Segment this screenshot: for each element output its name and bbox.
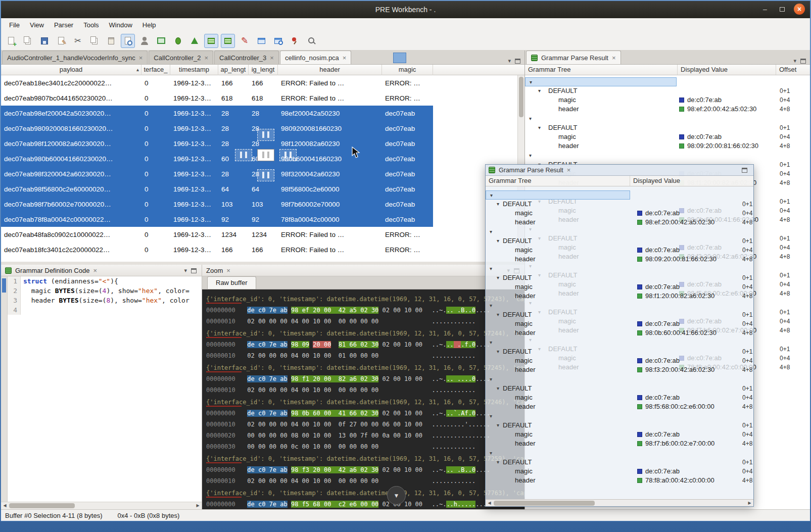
tree-header-row[interactable]: header 98:ef:20:00:42:a5:02:30 4+8 (486, 218, 753, 227)
column-header[interactable]: terface_ (141, 65, 170, 75)
close-icon[interactable]: × (205, 54, 209, 62)
scroll-down-indicator[interactable]: ▼ (387, 486, 406, 505)
new-window-button[interactable] (254, 34, 268, 48)
code-line[interactable]: 3 header BYTES(size=(8), show="hex", col… (8, 296, 202, 305)
menu-item[interactable]: Help (137, 19, 161, 31)
chevron-down-icon[interactable]: ▾ (490, 338, 492, 347)
scroll-right-icon[interactable]: ▶ (194, 502, 202, 509)
column-header[interactable]: payload ▴ (1, 65, 141, 75)
col-displayed-value[interactable]: Displayed Value (677, 65, 776, 75)
tree-default-row[interactable]: ▾ DEFAULT 0+1 (486, 200, 753, 209)
grammar-button[interactable] (187, 34, 202, 48)
chevron-down-icon[interactable]: ▾ (497, 458, 499, 467)
tree-root-row[interactable]: ▾ (486, 375, 753, 384)
chevron-down-icon[interactable]: ▾ (497, 347, 499, 356)
column-header[interactable]: magic (382, 65, 433, 75)
close-icon[interactable]: × (226, 267, 230, 274)
chevron-down-icon[interactable]: ▾ (497, 384, 499, 393)
paste-button[interactable] (104, 34, 118, 48)
tree-header-row[interactable]: header 98:f1:20:00:82:a6:02:30 4+8 (486, 292, 753, 301)
table-row[interactable]: dec07eab980b600041660230020… 0 1969-12-3… (1, 151, 433, 166)
zoom-panel-header[interactable]: Zoom × ▾ (202, 265, 524, 276)
table-row[interactable]: dec07eab18ec3401c2c20000022… 0 1969-12-3… (1, 75, 433, 90)
code-line[interactable]: 2 magic BYTES(size=(4), show="hex", colo… (8, 286, 202, 296)
tree-default-row[interactable]: ▾ DEFAULT 0+1 (486, 347, 753, 356)
hex-view[interactable]: {'interface_id': 0, 'timestamp': datetim… (202, 289, 524, 509)
document-tab[interactable]: CallController_3 × (214, 51, 279, 64)
chevron-down-icon[interactable]: ▾ (490, 449, 492, 458)
tree-root-row[interactable]: ▾ (486, 449, 753, 458)
tree-magic-row[interactable]: magic de:c0:7e:ab 0+4 (486, 209, 753, 218)
menu-item[interactable]: Tools (78, 19, 104, 31)
tree-default-row[interactable]: ▾ DEFAULT 0+1 (525, 86, 810, 95)
float-icon[interactable] (800, 59, 806, 64)
scroll-left-icon[interactable]: ◀ (1, 502, 9, 509)
tab-grammar-parse-result[interactable]: Grammar Parse Result × (526, 51, 621, 64)
scroll-right-icon[interactable]: ▶ (746, 500, 753, 507)
menu-item[interactable]: View (25, 19, 49, 31)
table-row[interactable]: dec07eab78f8a00042c00000022… 0 1969-12-3… (1, 212, 433, 227)
table-row[interactable]: dec07eab98f3200042a60230020… 0 1969-12-3… (1, 166, 433, 181)
hex-line[interactable]: 00000000 de c0 7e ab 98 0b 60 00 41 66 0… (206, 408, 524, 419)
chevron-down-icon[interactable]: ▾ (490, 191, 493, 200)
chevron-down-icon[interactable]: ▾ (538, 86, 541, 95)
parse-button[interactable] (121, 34, 135, 48)
tree-header-row[interactable]: header 98:ef:20:00:42:a5:02:30 4+8 (525, 105, 810, 114)
code-editor[interactable]: 1 struct (endianness="<"){ 2 magic BYTES… (1, 276, 202, 502)
tree-root-row[interactable]: ▾ (486, 264, 753, 273)
hex-line[interactable]: 00000010 02 00 00 00 04 00 10 00 0f 27 0… (206, 419, 524, 430)
document-tab[interactable]: AudioController_1_handleVocoderInfo_sync… (2, 51, 148, 64)
tree-header-row[interactable]: header 98:f5:68:00:c2:e6:00:00 4+8 (486, 402, 753, 411)
tree-root-row[interactable]: ▾ (486, 190, 630, 200)
column-header[interactable]: ig_lengt (249, 65, 278, 75)
chevron-down-icon[interactable]: ▾ (529, 151, 532, 160)
col-grammar-tree[interactable]: Grammar Tree (486, 176, 532, 186)
col-grammar-tree[interactable]: Grammar Tree (525, 65, 571, 75)
tree-header-row[interactable]: header 98:0b:60:00:41:66:02:30 4+8 (486, 328, 753, 337)
chevron-down-icon[interactable]: ▾ (497, 200, 499, 209)
titlebar[interactable]: PRE Workbench - . – × (1, 1, 810, 18)
grid-view-2-button[interactable] (221, 34, 235, 48)
open-file-button[interactable] (21, 34, 35, 48)
tree-magic-row[interactable]: magic de:c0:7e:ab 0+4 (525, 132, 810, 141)
minimize-button[interactable]: – (759, 4, 771, 15)
table-row[interactable]: dec07eab9807bc0441650230020… 0 1969-12-3… (1, 90, 433, 106)
code-line[interactable]: 1 struct (endianness="<"){ (8, 276, 202, 286)
tree-default-row[interactable]: ▾ DEFAULT 0+1 (486, 421, 753, 430)
new-file-button[interactable] (4, 34, 18, 48)
hex-line[interactable]: 00000000 de c0 7e ab 98 f3 20 00 42 a6 0… (206, 464, 524, 475)
hex-line[interactable]: 00000030 00 00 00 00 0c 00 10 00 00 00 0… (206, 441, 524, 452)
tree-magic-row[interactable]: magic de:c0:7e:ab 0+4 (486, 467, 753, 476)
tree-magic-row[interactable]: magic de:c0:7e:ab 0+4 (486, 319, 753, 328)
pin-button[interactable] (288, 34, 302, 48)
floating-parse-result-window[interactable]: Grammar Parse Result × Grammar Tree Disp… (485, 164, 754, 507)
cut-button[interactable] (71, 34, 85, 48)
tree-root-row[interactable]: ▾ (525, 114, 810, 123)
table-row[interactable]: dec07eab18fc3401c2c20000022… 0 1969-12-3… (1, 242, 433, 257)
float-icon[interactable] (191, 268, 197, 273)
chevron-down-icon[interactable]: ▾ (497, 273, 499, 282)
grid-view-button[interactable] (204, 34, 218, 48)
find-window-button[interactable] (271, 34, 285, 48)
save-button[interactable] (37, 34, 52, 48)
detach-icon[interactable] (515, 59, 520, 64)
tree-default-row[interactable]: ▾ DEFAULT 0+1 (486, 458, 753, 467)
col-displayed-value[interactable]: Displayed Value (630, 176, 721, 186)
chevron-down-icon[interactable]: ▾ (490, 375, 492, 384)
chevron-down-icon[interactable]: ▾ (490, 264, 492, 273)
tree-magic-row[interactable]: magic de:c0:7e:ab 0+4 (486, 393, 753, 402)
hex-line[interactable]: 00000010 02 00 00 00 04 00 10 00 01 00 0… (206, 350, 524, 361)
tree-magic-row[interactable]: magic de:c0:7e:ab 0+4 (486, 246, 753, 255)
table-row[interactable]: dec07eab48fa8c0902c10000022… 0 1969-12-3… (1, 227, 433, 242)
user-button[interactable] (137, 34, 152, 48)
horizontal-scrollbar[interactable]: ◀ ▶ (1, 502, 202, 509)
menu-item[interactable]: File (4, 19, 25, 31)
scrollbar-thumb[interactable] (494, 501, 595, 506)
tree-header-row[interactable]: header 98:f3:20:00:42:a6:02:30 4+8 (486, 365, 753, 374)
tree-root-row[interactable]: ▾ (486, 227, 753, 236)
tab-list-dropdown-icon[interactable]: ▾ (508, 58, 511, 64)
edit-file-button[interactable] (54, 34, 68, 48)
column-header[interactable]: header (278, 65, 382, 75)
chevron-down-icon[interactable]: ▾ (490, 227, 492, 236)
menu-item[interactable]: Parser (49, 19, 78, 31)
